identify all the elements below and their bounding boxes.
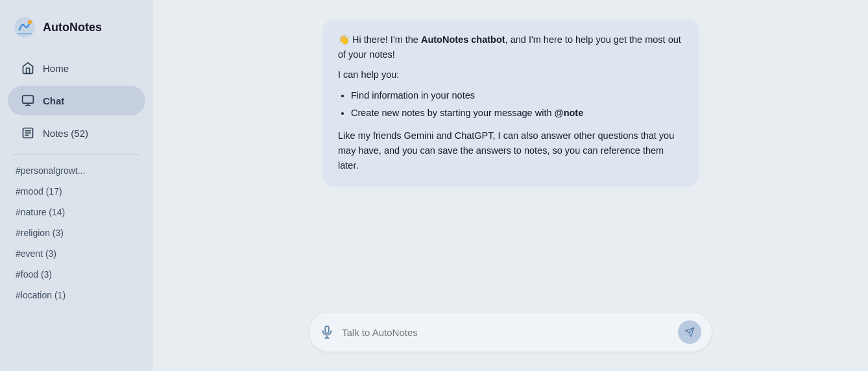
help-item-2: Create new notes by starting your messag…	[351, 106, 683, 121]
svg-rect-2	[23, 96, 34, 104]
app-logo-icon	[13, 16, 36, 39]
chat-icon	[21, 93, 35, 108]
chat-input-area	[166, 306, 855, 358]
sidebar-item-notes[interactable]: Notes (52)	[8, 118, 145, 148]
mic-icon[interactable]	[320, 325, 334, 339]
chat-input-wrapper	[309, 313, 712, 352]
sidebar-tag-location[interactable]: #location (1)	[0, 285, 153, 305]
sidebar-item-home[interactable]: Home	[8, 53, 145, 83]
app-name: AutoNotes	[43, 21, 102, 34]
svg-rect-7	[325, 326, 329, 333]
bot-greeting: 👋 Hi there! I'm the AutoNotes chatbot, a…	[338, 32, 683, 62]
send-icon	[684, 327, 695, 337]
bot-name: AutoNotes chatbot	[421, 34, 505, 45]
send-button[interactable]	[678, 320, 701, 344]
sidebar-tag-mood[interactable]: #mood (17)	[0, 181, 153, 202]
home-icon	[21, 61, 35, 75]
main-content: 👋 Hi there! I'm the AutoNotes chatbot, a…	[153, 0, 868, 371]
sidebar-tag-religion[interactable]: #religion (3)	[0, 222, 153, 243]
logo-area: AutoNotes	[0, 10, 153, 52]
svg-point-1	[28, 20, 32, 24]
svg-point-0	[14, 17, 35, 38]
help-item-1: Find information in your notes	[351, 88, 683, 103]
sidebar-notes-label: Notes (52)	[43, 128, 88, 139]
note-keyword: @note	[555, 108, 584, 118]
sidebar-tag-food[interactable]: #food (3)	[0, 264, 153, 285]
bot-footer: Like my friends Gemini and ChatGPT, I ca…	[338, 128, 683, 174]
chat-text-input[interactable]	[342, 327, 673, 338]
help-list: Find information in your notes Create ne…	[351, 88, 683, 121]
sidebar-tag-personalgrowth[interactable]: #personalgrowt...	[0, 160, 153, 181]
chat-messages: 👋 Hi there! I'm the AutoNotes chatbot, a…	[166, 19, 855, 306]
sidebar-tag-event[interactable]: #event (3)	[0, 243, 153, 264]
sidebar: AutoNotes Home Chat Not	[0, 0, 153, 371]
sidebar-item-chat[interactable]: Chat	[8, 86, 145, 115]
sidebar-home-label: Home	[43, 63, 69, 74]
sidebar-divider	[13, 154, 140, 155]
bot-welcome-message: 👋 Hi there! I'm the AutoNotes chatbot, a…	[322, 19, 699, 187]
can-help-text: I can help you:	[338, 67, 683, 82]
sidebar-chat-label: Chat	[43, 95, 64, 106]
notes-icon	[21, 126, 35, 140]
sidebar-tag-nature[interactable]: #nature (14)	[0, 202, 153, 222]
